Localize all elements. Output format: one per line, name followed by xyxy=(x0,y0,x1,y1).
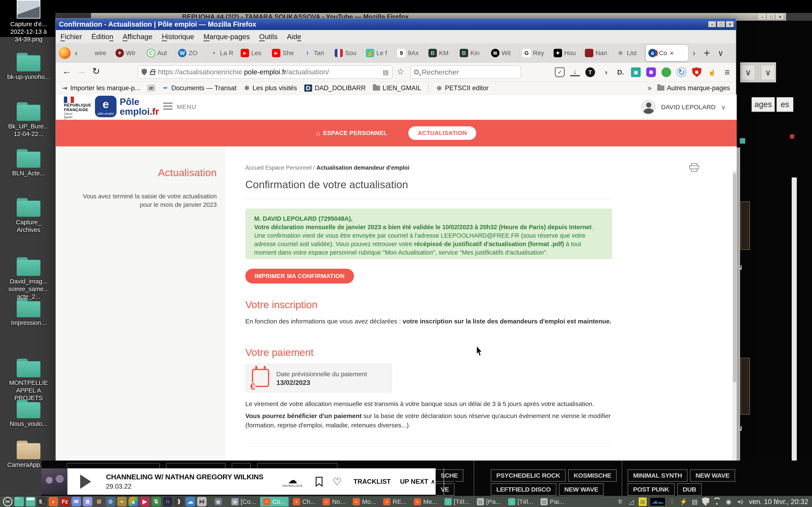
window-button[interactable]: × xyxy=(776,14,784,20)
photos-icon[interactable]: ▲ xyxy=(129,497,138,506)
app-menu-icon[interactable]: ≡ xyxy=(722,67,732,77)
taskbar-window-button[interactable]: Me... xyxy=(411,497,440,507)
menu-item[interactable]: Outils xyxy=(259,33,277,41)
browser-tab[interactable]: Sou xyxy=(332,44,363,62)
music-icon[interactable]: ∩ xyxy=(163,497,172,506)
browser-tab[interactable]: ≋ Wit xyxy=(489,44,520,62)
folder-icon[interactable] xyxy=(17,441,40,459)
bookmark-item[interactable]: ⊕ PETSCII editor xyxy=(436,84,489,92)
tab-scroll-left-icon[interactable]: ‹ xyxy=(70,48,82,58)
close-icon[interactable]: × xyxy=(444,475,465,488)
browser-tab[interactable]: W ZO xyxy=(175,44,207,62)
menu-item[interactable]: Historique xyxy=(162,33,194,41)
taskbar-window-button[interactable]: [Pa... xyxy=(474,497,504,507)
extension-dots-icon[interactable]: ◑ xyxy=(601,67,610,77)
firefox-icon[interactable]: ◗ xyxy=(49,497,58,506)
print-confirmation-button[interactable]: IMPRIMER MA CONFIRMATION xyxy=(245,269,354,283)
tracking-shield-icon[interactable] xyxy=(142,69,147,75)
extension-purple-icon[interactable] xyxy=(646,67,656,77)
url-text[interactable]: https://actualisationenrichie.pole-emplo… xyxy=(158,68,329,76)
pattern-icon[interactable]: ⋈ xyxy=(197,497,207,506)
browser-tab[interactable]: ▶ Les xyxy=(238,44,269,62)
filezilla-icon[interactable]: Fz xyxy=(60,497,69,506)
genre-tag[interactable]: NEW WAVE xyxy=(690,469,735,482)
browser-tab[interactable]: ✦ Wir xyxy=(113,44,144,62)
mint-menu-icon[interactable]: lm xyxy=(3,497,12,506)
menu-item[interactable]: Marque-pages xyxy=(203,33,250,41)
bookmark-icon[interactable] xyxy=(315,476,323,487)
browser-tab[interactable]: Nan xyxy=(582,44,614,62)
genre-tag[interactable]: PSYCHEDELIC ROCK xyxy=(491,469,566,482)
folder-icon[interactable] xyxy=(17,257,40,276)
folder-icon[interactable] xyxy=(17,53,40,71)
folder-icon[interactable] xyxy=(17,102,40,121)
browser-tab[interactable]: ✦ Hou xyxy=(551,44,582,62)
other-bookmarks[interactable]: Autres marque-pages xyxy=(657,84,730,92)
desktop-icon[interactable]: Capture d'é...2022-12-13 à34-39.png xyxy=(0,0,57,43)
upnext-button[interactable]: UP NEXT xyxy=(400,478,428,486)
bookmark-item[interactable]: ⇥ Importer les marque-p... xyxy=(61,84,140,92)
folder-icon[interactable] xyxy=(17,198,40,217)
browser-tab[interactable]: G Rey xyxy=(520,44,551,62)
breadcrumb[interactable]: Accueil Espace Personnel / Actualisation… xyxy=(245,165,409,171)
bookmark-star-icon[interactable]: ☆ xyxy=(397,66,404,76)
pole-emploi-wordmark[interactable]: Pôle emploi.fr xyxy=(120,97,159,116)
tab-scroll-right-icon[interactable]: › xyxy=(689,48,700,58)
wifi-icon[interactable] xyxy=(713,498,721,506)
print-icon[interactable] xyxy=(689,163,699,172)
sticky-notes-icon[interactable]: ▤ xyxy=(639,498,647,506)
save-page-icon[interactable]: ▣ xyxy=(631,67,641,77)
menu-item[interactable]: Fichier xyxy=(60,33,82,41)
window-button[interactable]: – xyxy=(708,21,716,27)
system-monitor-icon[interactable]: ▂▅▁▃▂ xyxy=(650,498,665,506)
bookmark-item[interactable]: ✻ Les plus visités xyxy=(244,84,297,92)
browser-tab[interactable]: ◔ La R xyxy=(207,44,238,62)
menu-item[interactable]: Édition xyxy=(91,33,113,41)
adblock-shield-icon[interactable] xyxy=(692,67,702,77)
files-icon[interactable] xyxy=(14,497,24,506)
new-tab-button[interactable]: + xyxy=(700,47,714,59)
video-icon[interactable]: ▶ xyxy=(140,497,150,506)
genre-tag[interactable]: NEW WAVE xyxy=(559,483,604,496)
extension-d-icon[interactable]: D. xyxy=(616,67,625,77)
desktop-icon[interactable]: Nous_voulo... xyxy=(0,400,57,428)
reader-mode-icon[interactable]: ▤ xyxy=(383,68,389,76)
taskbar-window-button[interactable]: Mo... xyxy=(350,497,379,507)
genre-tag[interactable]: MINIMAL SYNTH xyxy=(627,469,688,482)
clipboard-icon[interactable]: ▤ xyxy=(691,498,699,506)
bookmark-item[interactable]: LIEN_GMAIL xyxy=(373,84,421,92)
mini-window-icon[interactable]: ▣ xyxy=(214,498,222,506)
folder-icon[interactable] xyxy=(17,299,40,317)
user-menu[interactable]: DAVID LEPOLARD ∨ xyxy=(641,100,726,114)
notes-icon[interactable]: ≣ xyxy=(83,497,92,506)
browser-tab[interactable]: ✻ List xyxy=(614,44,645,62)
reload-button[interactable]: ↻ xyxy=(92,66,100,76)
bookmark-item[interactable]: ✒ Documents — Transat xyxy=(162,84,237,92)
menu-burger-icon[interactable] xyxy=(163,103,172,111)
nav-espace-personnel[interactable]: ⌂ESPACE PERSONNEL xyxy=(316,129,388,137)
bookmarks-overflow-icon[interactable]: » xyxy=(648,83,652,93)
bluetooth-icon[interactable]: ᛒ xyxy=(669,498,676,506)
desktop-icon[interactable]: Bk_UP_Bure...12-04-22... xyxy=(0,102,57,138)
window-button[interactable]: □ xyxy=(767,14,775,20)
nav-actualisation-active[interactable]: ACTUALISATION xyxy=(408,126,476,140)
scrollbar-thumb[interactable] xyxy=(733,173,736,382)
terminal-icon[interactable]: $_ xyxy=(37,497,47,506)
taskbar-window-button[interactable]: [Tél... xyxy=(505,497,536,507)
screen-tool-icon[interactable]: ◿ xyxy=(627,498,635,506)
taskbar-window-button[interactable]: [Co... xyxy=(229,497,259,507)
mail-icon[interactable]: ✉ xyxy=(71,497,81,506)
browser-tab[interactable]: t Tari xyxy=(301,44,332,62)
battery-icon[interactable]: ⚡ xyxy=(679,498,688,506)
files-open-icon[interactable] xyxy=(26,497,35,506)
chevron-down-icon[interactable]: ∨ xyxy=(741,65,755,80)
cloud-icon[interactable]: ☁ xyxy=(186,497,195,506)
heart-icon[interactable]: ♡ xyxy=(333,476,342,488)
browser-tab[interactable]: B Kin xyxy=(457,44,489,62)
track-thumbnail[interactable] xyxy=(42,468,67,495)
chevron-down-icon[interactable]: ∨ xyxy=(761,65,775,80)
folder-icon[interactable] xyxy=(17,0,40,18)
desktop-icon[interactable]: BLN_Acte... xyxy=(0,149,57,177)
url-bar[interactable]: https://actualisationenrichie.pole-emplo… xyxy=(138,65,393,79)
browser-tab[interactable]: wire xyxy=(82,44,113,62)
